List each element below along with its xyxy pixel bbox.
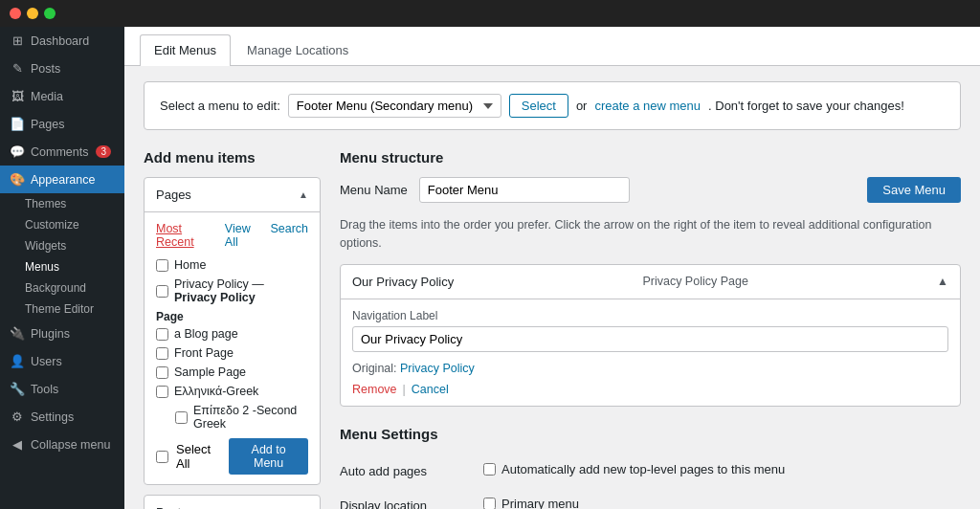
greek-checkbox[interactable]: [156, 386, 168, 398]
menu-settings-heading: Menu Settings: [340, 426, 961, 442]
select-bar-suffix: . Don't forget to save your changes!: [708, 99, 904, 113]
front-page-checkbox[interactable]: [156, 347, 168, 360]
tab-edit-menus[interactable]: Edit Menus: [140, 34, 231, 66]
pages-accordion: Pages ▲ Most Recent View All Search: [144, 177, 321, 485]
drag-hint: Drag the items into the order you prefer…: [340, 216, 961, 253]
nav-label-group: Navigation Label: [352, 309, 948, 352]
sidebar-item-media[interactable]: 🖼 Media: [0, 82, 124, 110]
greek-label: Ελληνικά-Greek: [174, 385, 258, 398]
right-panel: Menu structure Menu Name Save Menu Drag …: [340, 149, 961, 509]
chevron-up-icon: ▲: [937, 275, 948, 288]
blog-page-checkbox[interactable]: [156, 328, 168, 341]
tab-view-all[interactable]: View All: [225, 222, 263, 249]
privacy-policy-label: Privacy Policy — Privacy Policy: [174, 277, 308, 304]
list-item: a Blog page: [156, 327, 308, 341]
sidebar-sub-themes[interactable]: Themes: [0, 193, 124, 214]
home-label: Home: [174, 258, 206, 272]
display-location-label: Display location: [340, 497, 464, 510]
blog-page-label: a Blog page: [174, 327, 238, 341]
auto-add-option[interactable]: Automatically add new top-level pages to…: [483, 462, 961, 476]
posts-accordion-header[interactable]: Posts ▼: [145, 496, 320, 509]
tab-manage-locations[interactable]: Manage Locations: [233, 34, 363, 65]
privacy-policy-checkbox[interactable]: [156, 285, 168, 298]
sidebar-item-comments[interactable]: 💬 Comments 3: [0, 138, 124, 166]
users-icon: 👤: [10, 354, 25, 368]
sidebar-item-collapse[interactable]: ◀ Collapse menu: [0, 431, 124, 458]
auto-add-value: Automatically add new top-level pages to…: [483, 462, 961, 480]
nav-label-input[interactable]: [352, 326, 948, 352]
list-item: Front Page: [156, 346, 308, 360]
close-button[interactable]: [10, 8, 21, 19]
sidebar-item-tools[interactable]: 🔧 Tools: [0, 375, 124, 403]
select-bar-or: or: [576, 99, 588, 113]
select-all-checkbox[interactable]: [156, 451, 168, 463]
sidebar-sub-theme-editor[interactable]: Theme Editor: [0, 299, 124, 320]
sidebar-sub-widgets[interactable]: Widgets: [0, 235, 124, 256]
auto-add-checkbox[interactable]: [483, 463, 496, 476]
auto-add-label: Auto add pages: [340, 462, 464, 478]
page-subitems-list: a Blog page Front Page Sample Page: [156, 327, 308, 431]
tools-icon: 🔧: [10, 382, 25, 396]
second-greek-checkbox[interactable]: [175, 411, 188, 424]
sample-page-label: Sample Page: [174, 365, 246, 379]
list-item: Ελληνικά-Greek: [156, 385, 308, 398]
cancel-link[interactable]: Cancel: [412, 383, 449, 396]
sidebar-sub-customize[interactable]: Customize: [0, 214, 124, 235]
tabs-bar: Edit Menus Manage Locations: [124, 27, 980, 66]
sidebar-item-plugins[interactable]: 🔌 Plugins: [0, 320, 124, 347]
add-menu-items-heading: Add menu items: [144, 149, 321, 166]
sidebar-sub-menus[interactable]: Menus: [0, 256, 124, 277]
left-panel: Add menu items Pages ▲ Most Recent View …: [144, 149, 321, 509]
sidebar-item-pages[interactable]: 📄 Pages: [0, 110, 124, 138]
appearance-icon: 🎨: [10, 172, 25, 187]
list-item: Επίπεδο 2 -Second Greek: [156, 404, 308, 431]
add-to-menu-button[interactable]: Add to Menu: [229, 438, 308, 475]
pages-tabs: Most Recent View All Search: [156, 222, 308, 249]
media-icon: 🖼: [10, 89, 25, 103]
sidebar-sub-background[interactable]: Background: [0, 277, 124, 299]
maximize-button[interactable]: [44, 8, 56, 19]
menu-structure-heading: Menu structure: [340, 149, 961, 166]
pages-icon: 📄: [10, 117, 25, 131]
menu-select[interactable]: Footer Menu (Secondary menu): [288, 94, 501, 118]
tab-most-recent[interactable]: Most Recent: [156, 222, 217, 249]
sidebar-item-dashboard[interactable]: ⊞ Dashboard: [0, 27, 124, 55]
create-menu-link[interactable]: create a new menu: [594, 99, 701, 113]
comments-badge: 3: [96, 145, 111, 158]
primary-menu-option[interactable]: Primary menu: [483, 497, 961, 510]
select-menu-bar: Select a menu to edit: Footer Menu (Seco…: [144, 81, 961, 130]
primary-menu-checkbox[interactable]: [483, 498, 496, 510]
list-item: Privacy Policy — Privacy Policy: [156, 277, 308, 304]
home-checkbox[interactable]: [156, 259, 168, 272]
plugins-icon: 🔌: [10, 326, 25, 341]
collapse-icon: ◀: [10, 437, 25, 452]
remove-link[interactable]: Remove: [352, 383, 397, 396]
menu-name-row: Menu Name Save Menu: [340, 177, 961, 203]
menu-item-box: Our Privacy Policy Privacy Policy Page ▲…: [340, 264, 961, 407]
posts-accordion-label: Posts: [156, 505, 188, 509]
posts-icon: ✎: [10, 61, 25, 76]
select-all-label: Select All: [176, 442, 221, 471]
save-menu-button-top[interactable]: Save Menu: [867, 177, 961, 203]
original-link[interactable]: Privacy Policy: [400, 362, 475, 375]
posts-accordion: Posts ▼: [144, 495, 321, 509]
pages-list: Home Privacy Policy — Privacy Policy: [156, 258, 308, 304]
sidebar-item-settings[interactable]: ⚙ Settings: [0, 403, 124, 431]
menu-settings: Menu Settings Auto add pages Automatical…: [340, 426, 961, 510]
tab-search[interactable]: Search: [270, 222, 308, 249]
sidebar-item-posts[interactable]: ✎ Posts: [0, 55, 124, 82]
sidebar-item-users[interactable]: 👤 Users: [0, 347, 124, 375]
sidebar: ⊞ Dashboard ✎ Posts 🖼 Media 📄 Pages 💬 Co…: [0, 27, 124, 509]
minimize-button[interactable]: [27, 8, 38, 19]
select-all-row: Select All Add to Menu: [156, 438, 308, 475]
pages-accordion-header[interactable]: Pages ▲: [145, 178, 320, 211]
sidebar-item-appearance[interactable]: 🎨 Appearance: [0, 166, 124, 193]
menu-item-body: Navigation Label Original: Privacy Polic…: [341, 299, 960, 406]
page-subgroup-label: Page: [156, 310, 308, 323]
select-button[interactable]: Select: [509, 94, 568, 118]
menu-name-input[interactable]: [419, 177, 630, 203]
menu-item-header[interactable]: Our Privacy Policy Privacy Policy Page ▲: [341, 265, 960, 299]
dashboard-icon: ⊞: [10, 33, 25, 48]
sample-page-checkbox[interactable]: [156, 366, 168, 379]
second-greek-label: Επίπεδο 2 -Second Greek: [193, 404, 308, 431]
